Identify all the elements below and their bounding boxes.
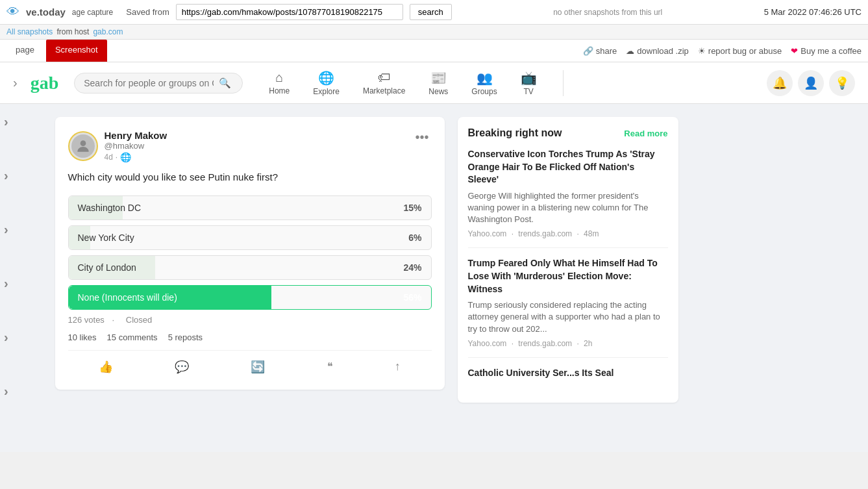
- gab-app: › gab 🔍 ⌂ Home 🌐 Explore 🏷 Marketplace 📰…: [0, 62, 868, 452]
- archive-bar: 👁 ve.today age capture Saved from search…: [0, 0, 868, 25]
- news-headline-2[interactable]: Trump Feared Only What He Himself Had To…: [468, 257, 668, 295]
- report-link[interactable]: ☀ report bug or abuse: [698, 46, 782, 56]
- author-handle[interactable]: @hmakow: [105, 141, 167, 151]
- side-arrow-5[interactable]: ›: [4, 330, 8, 345]
- nav-divider: [563, 70, 564, 96]
- tab-actions: 🔗 share ☁ download .zip ☀ report bug or …: [583, 46, 862, 56]
- post-card: Henry Makow @hmakow 4d · 🌐 •••: [55, 117, 445, 390]
- like-button[interactable]: 👍: [92, 357, 119, 377]
- tv-icon: 📺: [521, 70, 537, 86]
- nav-item-tv[interactable]: 📺 TV: [510, 65, 547, 101]
- archive-domain: ve.today: [26, 6, 66, 18]
- from-host-label: from host: [56, 27, 89, 36]
- post-more-btn[interactable]: •••: [412, 130, 431, 145]
- news-source1-2: Yahoo.com: [468, 339, 507, 348]
- buy-coffee-link[interactable]: ❤ Buy me a coffee: [791, 46, 862, 56]
- post-header-left: Henry Makow @hmakow 4d · 🌐: [68, 130, 167, 162]
- explore-icon: 🌐: [318, 70, 334, 86]
- read-more-btn[interactable]: Read more: [624, 129, 667, 138]
- post-header: Henry Makow @hmakow 4d · 🌐 •••: [68, 130, 432, 162]
- tab-page[interactable]: page: [6, 40, 43, 62]
- share-post-icon: ↑: [395, 360, 401, 373]
- share-link[interactable]: 🔗 share: [583, 46, 617, 56]
- gab-search-box[interactable]: 🔍: [74, 73, 243, 94]
- poll-option-3-label: City of London: [78, 262, 136, 273]
- like-icon: 👍: [99, 360, 113, 374]
- news-label: News: [428, 87, 448, 96]
- post-actions: 👍 💬 🔄 ❝ ↑: [68, 350, 432, 377]
- side-arrow-2[interactable]: ›: [4, 168, 8, 183]
- heart-icon: ❤: [791, 46, 798, 56]
- gab-logo[interactable]: gab: [31, 73, 59, 94]
- post-time: 4d: [105, 153, 113, 162]
- compose-btn[interactable]: 💡: [829, 70, 855, 96]
- all-snapshots-label[interactable]: All snapshots: [6, 27, 53, 36]
- comments-count: 15 comments: [107, 332, 158, 342]
- news-meta-2: Yahoo.com · trends.gab.com · 2h: [468, 339, 668, 348]
- archive-search-button[interactable]: search: [410, 4, 452, 20]
- post-author-info: Henry Makow @hmakow 4d · 🌐: [105, 130, 167, 162]
- poll-option-4-label: None (Innocents will die): [78, 292, 177, 303]
- share-post-button[interactable]: ↑: [388, 357, 407, 376]
- dot-2: ·: [577, 229, 578, 238]
- nav-item-groups[interactable]: 👥 Groups: [461, 65, 507, 101]
- quote-button[interactable]: ❝: [321, 358, 340, 375]
- marketplace-label: Marketplace: [363, 86, 405, 95]
- news-item-1: Conservative Icon Torches Trump As 'Stra…: [468, 148, 668, 248]
- download-link[interactable]: ☁ download .zip: [626, 46, 689, 56]
- vote-count: 126 votes: [68, 315, 105, 325]
- news-summary-2: Trump seriously considered replacing the…: [468, 299, 668, 335]
- nav-item-explore[interactable]: 🌐 Explore: [303, 65, 350, 101]
- news-headline-1[interactable]: Conservative Icon Torches Trump As 'Stra…: [468, 148, 668, 186]
- poll-option-3[interactable]: City of London 24%: [68, 255, 432, 280]
- right-sidebar: Breaking right now Read more Conservativ…: [458, 117, 678, 403]
- side-arrow-1[interactable]: ›: [4, 114, 8, 129]
- notifications-btn[interactable]: 🔔: [767, 70, 793, 96]
- reposts-count: 5 reposts: [168, 332, 203, 342]
- archive-no-snapshot: no other snapshots from this url: [458, 8, 758, 17]
- author-avatar[interactable]: [68, 131, 98, 161]
- nav-item-marketplace[interactable]: 🏷 Marketplace: [353, 65, 415, 101]
- left-nav-arrow[interactable]: ›: [13, 75, 18, 90]
- nav-item-home[interactable]: ⌂ Home: [258, 65, 300, 101]
- archive-page-capture-label: age capture: [72, 8, 113, 17]
- gab-search-input[interactable]: [84, 78, 214, 88]
- poll-option-1[interactable]: Washington DC 15%: [68, 195, 432, 220]
- news-meta-1: Yahoo.com · trends.gab.com · 48m: [468, 229, 668, 238]
- archive-date: 5 Mar 2022 07:46:26 UTC: [764, 7, 862, 17]
- news-summary-1: George Will highlighted the former presi…: [468, 190, 668, 226]
- poll-option-4[interactable]: None (Innocents will die) 56%: [68, 285, 432, 310]
- news-source1-1: Yahoo.com: [468, 229, 507, 238]
- poll-option-2[interactable]: New York City 6%: [68, 225, 432, 250]
- download-icon: ☁: [626, 46, 634, 56]
- archive-url-input[interactable]: [176, 4, 403, 20]
- messages-btn[interactable]: 👤: [798, 70, 824, 96]
- repost-button[interactable]: 🔄: [244, 357, 271, 377]
- news-headline-3[interactable]: Catholic University Ser...s Its Seal: [468, 367, 668, 380]
- news-time-1: 48m: [584, 229, 599, 238]
- breaking-header: Breaking right now Read more: [468, 127, 668, 139]
- dot-4: ·: [577, 339, 578, 348]
- search-icon: 🔍: [219, 77, 231, 89]
- tv-label: TV: [524, 87, 534, 96]
- snapshot-bar: All snapshots from host gab.com: [0, 25, 868, 40]
- poll-option-1-pct: 15%: [403, 203, 421, 213]
- side-arrow-3[interactable]: ›: [4, 222, 8, 237]
- news-item-3: Catholic University Ser...s Its Seal: [468, 367, 668, 393]
- explore-label: Explore: [313, 87, 340, 96]
- avatar-placeholder: [71, 134, 95, 158]
- dot-3: ·: [512, 339, 514, 348]
- dot-1: ·: [512, 229, 514, 238]
- marketplace-icon: 🏷: [378, 70, 391, 85]
- author-name[interactable]: Henry Makow: [105, 130, 167, 141]
- nav-item-news[interactable]: 📰 News: [418, 65, 458, 101]
- news-icon: 📰: [430, 70, 447, 86]
- gab-nav-items: ⌂ Home 🌐 Explore 🏷 Marketplace 📰 News 👥 …: [258, 65, 547, 101]
- comment-button[interactable]: 💬: [168, 357, 195, 377]
- host-link[interactable]: gab.com: [93, 27, 123, 36]
- side-arrow-6[interactable]: ›: [4, 384, 8, 399]
- report-icon: ☀: [698, 46, 706, 56]
- side-arrow-4[interactable]: ›: [4, 276, 8, 291]
- tab-screenshot[interactable]: Screenshot: [46, 40, 107, 62]
- share-icon: 🔗: [583, 46, 593, 56]
